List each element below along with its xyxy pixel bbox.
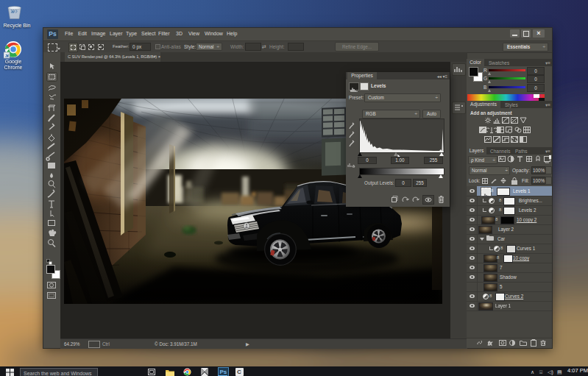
svg-text:fx: fx — [488, 341, 492, 346]
